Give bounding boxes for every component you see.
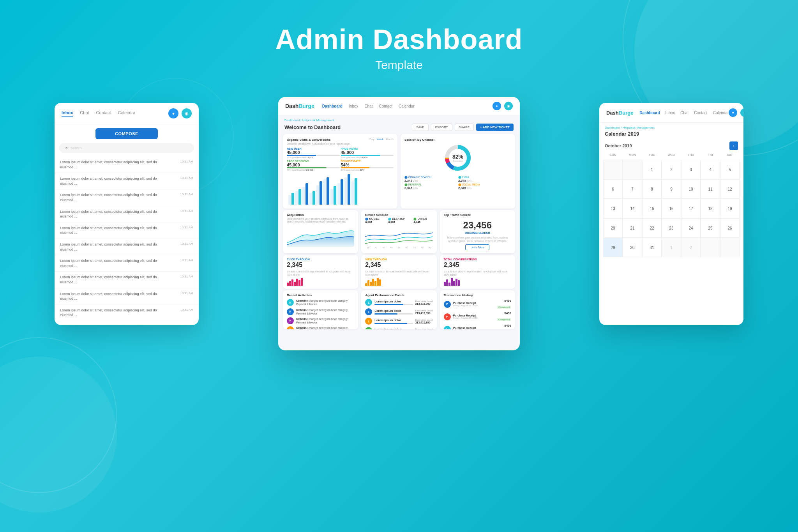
agent-item: L Lorem ipsum dolor Executive Level 213,… [365, 327, 433, 329]
cal-nav-chat[interactable]: Chat [680, 111, 689, 115]
cal-cell[interactable]: 2 [662, 160, 681, 179]
tab-month[interactable]: Month [386, 138, 394, 141]
nav-contact[interactable]: Contact [379, 104, 392, 108]
tab-week[interactable]: Week [377, 138, 384, 141]
email-text: Lorem ipsum dolor sit amet, consectetur … [60, 258, 169, 268]
cal-nav-dashboard[interactable]: Dashboard [639, 111, 660, 115]
cal-cell[interactable]: 17 [681, 199, 701, 218]
learn-more-button[interactable]: Learn More [465, 244, 489, 250]
add-ticket-button[interactable]: + ADD NEW TICKET [476, 124, 514, 131]
share-button[interactable]: SHARE [455, 124, 474, 131]
cal-cell[interactable] [720, 238, 740, 257]
cal-notification-icon[interactable]: ● [729, 108, 737, 117]
cal-cell[interactable]: 10 [681, 179, 701, 199]
notification-icon[interactable]: ● [168, 108, 178, 118]
cal-cell[interactable]: 6 [603, 179, 623, 199]
cal-cell[interactable]: 5 [720, 160, 740, 179]
cal-cell[interactable]: 2 [681, 238, 701, 257]
save-button[interactable]: SAVE [412, 124, 429, 131]
nav-item-calendar[interactable]: Calendar [118, 110, 136, 117]
cal-cell[interactable]: 19 [720, 199, 740, 218]
cal-cell-today[interactable]: 29 [603, 238, 623, 257]
agent-item: L Lorem ipsum dolor Executive Level 213,… [365, 318, 433, 325]
cal-cell[interactable] [603, 160, 623, 179]
cal-cell[interactable]: 22 [642, 218, 662, 238]
nav-calendar[interactable]: Calendar [399, 104, 415, 108]
profile-icon[interactable]: ◉ [182, 108, 192, 118]
trans-amount: $456 [497, 324, 511, 327]
page-title-row: Welcome to Dashboard SAVE EXPORT SHARE +… [278, 123, 520, 134]
device-chart [365, 225, 433, 246]
inbox-item[interactable]: Lorem ipsum dolor sit amet, consectetur … [55, 239, 199, 255]
nav-item-inbox[interactable]: Inbox [62, 110, 73, 117]
cal-cell[interactable]: 31 [642, 238, 662, 257]
conv-mini-chart [444, 278, 511, 286]
cal-cell[interactable]: 30 [623, 238, 642, 257]
notification-icon[interactable]: ● [493, 102, 501, 110]
search-bar[interactable]: ⚮ Search... [59, 143, 194, 153]
cal-cell[interactable]: 1 [642, 160, 662, 179]
cal-cell[interactable]: 26 [720, 218, 740, 238]
cal-nav-calendar[interactable]: Calendar [713, 111, 729, 115]
cal-cell[interactable]: 13 [603, 199, 623, 218]
cal-cell[interactable]: 15 [642, 199, 662, 218]
inbox-item[interactable]: Lorem ipsum dolor sit amet, consectetur … [55, 189, 199, 206]
total-conversations-card: TOTAL CONVERSATIONS 2,345 six auto iure … [440, 255, 515, 289]
cal-cell[interactable]: 7 [623, 179, 642, 199]
cal-cell[interactable]: 1 [662, 238, 681, 257]
inbox-item[interactable]: Lorem ipsum dolor sit amet, consectetur … [55, 305, 199, 321]
cal-cell[interactable]: 9 [662, 179, 681, 199]
email-text: Lorem ipsum dolor sit amet, consectetur … [60, 209, 169, 219]
inbox-item[interactable]: Lorem ipsum dolor sit amet, consectetur … [55, 173, 199, 189]
cal-header-sat: SAT [720, 152, 740, 158]
nav-dashboard[interactable]: Dashboard [322, 104, 343, 108]
cal-cell[interactable]: 4 [701, 160, 720, 179]
trans-date: Friday, August 28, 2019 [453, 304, 494, 307]
cal-cell[interactable]: 24 [681, 218, 701, 238]
cal-cell[interactable] [701, 238, 720, 257]
activity-text: Katharine changed settings to ticket cat… [296, 299, 354, 306]
nav-item-contact[interactable]: Contact [96, 110, 111, 117]
cal-cell[interactable]: 20 [603, 218, 623, 238]
cal-nav-inbox[interactable]: Inbox [666, 111, 675, 115]
email-time: 10:31 AM [180, 324, 193, 325]
cal-cell[interactable]: 21 [623, 218, 642, 238]
cal-cell[interactable]: 23 [662, 218, 681, 238]
cal-cell[interactable] [623, 160, 642, 179]
cal-cell[interactable]: 3 [681, 160, 701, 179]
inbox-item[interactable]: Lorem ipsum dolor sit amet, consectetur … [55, 288, 199, 305]
total-conversations-label: TOTAL CONVERSATIONS [444, 258, 511, 261]
inbox-item[interactable]: Lorem ipsum dolor sit amet, consectetur … [55, 223, 199, 239]
nav-item-chat[interactable]: Chat [80, 110, 89, 117]
export-button[interactable]: EXPORT [431, 124, 452, 131]
cal-profile-icon[interactable]: ◉ [740, 108, 743, 117]
cal-cell[interactable]: 11 [701, 179, 720, 199]
nav-inbox[interactable]: Inbox [349, 104, 358, 108]
inbox-item[interactable]: Lorem ipsum dolor sit amet, consectetur … [55, 272, 199, 288]
cal-cell[interactable]: 12 [720, 179, 740, 199]
middle-section: Acquisition Tells you where your session… [278, 210, 520, 255]
inbox-item[interactable]: Lorem ipsum dolor sit amet, consectetur … [55, 206, 199, 223]
calendar-next-button[interactable]: › [729, 141, 738, 150]
total-conversations-desc: six auto iure dolor in reprehenderit in … [444, 270, 511, 277]
profile-avatar[interactable]: ◉ [504, 102, 513, 110]
inbox-item[interactable]: Lorem ipsum dolor sit amet, consectetur … [55, 157, 199, 173]
inbox-item[interactable]: Lorem ipsum dolor sit amet, consectetur … [55, 255, 199, 272]
tab-day[interactable]: Day [369, 138, 374, 141]
cal-nav-contact[interactable]: Contact [694, 111, 707, 115]
cal-cell[interactable]: 16 [662, 199, 681, 218]
inbox-item[interactable]: Lorem ipsum dolor sit amet, consectetur … [55, 321, 199, 325]
agent-name: Lorem ipsum dolor [374, 300, 413, 303]
cal-cell[interactable]: 8 [642, 179, 662, 199]
cal-cell[interactable]: 14 [623, 199, 642, 218]
cal-title: Calendar 2019 [605, 131, 639, 137]
inbox-header: Inbox Chat Contact Calendar ● ◉ [55, 103, 199, 124]
compose-button[interactable]: COMPOSE [95, 128, 158, 139]
avatar: K [287, 317, 294, 324]
cal-header-sun: SUN [603, 152, 623, 158]
cal-cell[interactable]: 18 [701, 199, 720, 218]
nav-chat[interactable]: Chat [364, 104, 373, 108]
calendar-card: DashBurge Dashboard Inbox Chat Contact C… [599, 103, 743, 325]
cal-cell[interactable]: 25 [701, 218, 720, 238]
cal-week: 29 30 31 1 2 [603, 238, 740, 257]
